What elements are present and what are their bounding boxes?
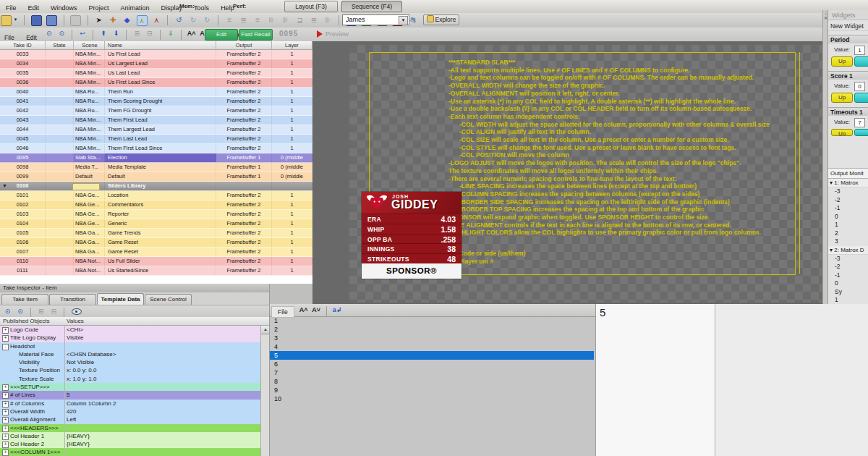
published-object-row[interactable]: +# of ColumnsColumn 1Column 2 [0,400,260,408]
editor-line[interactable]: 3 [270,334,594,342]
pen-settings-icon[interactable]: ✎ [409,15,418,25]
take-row[interactable]: 0107NBA Ga...Game ResetFramebuffer 21 [0,248,312,257]
take-row[interactable]: 0105NBA Ga...Game TrendsFramebuffer 21 [0,229,312,238]
widget-down-button[interactable] [854,129,868,136]
menu-windows[interactable]: Windows [45,2,83,12]
channel-offset-item[interactable]: 3 [828,237,868,246]
expand-icon[interactable]: + [2,442,9,448]
take-row[interactable]: 0036NBA Min...Us First Lead SinceFramebu… [0,78,312,88]
layout-tab-button[interactable]: Layout (F3) [284,1,338,12]
published-object-row[interactable]: +Col Header 1{HEAVY} [0,432,260,440]
channel-offset-item[interactable]: Sy [828,288,868,297]
published-object-row[interactable]: -Headshot [0,342,260,350]
axis-selected-icon[interactable]: ⋏ [137,15,148,26]
take-row[interactable]: 0033NBA Min...Us First LeadFramebuffer 2… [0,50,312,59]
take-row[interactable]: 0103NBA Ge...ReporterFramebuffer 21 [0,210,312,219]
open-project-icon[interactable] [1,15,12,26]
new-widget-button[interactable]: New Widget [828,22,868,31]
channel-header[interactable]: ▾ 2: Matrox D [828,246,868,255]
published-object-row[interactable]: Texture Positionx: 0.0 y: 0.0 [0,366,260,374]
take-row[interactable]: 0045NBA Min...Them Last LeadFramebuffer … [0,135,312,144]
rotate-right-icon[interactable]: ↻ [188,15,197,25]
editor-line[interactable]: 4 [270,342,594,351]
editor-line[interactable]: 1 [270,316,594,325]
column-header-output[interactable]: Output [216,41,272,49]
expand-icon[interactable]: + [2,384,9,391]
editor-line[interactable]: 8 [270,377,594,386]
tab-template-data[interactable]: Template Data [97,293,144,305]
channel-offset-item[interactable]: -1 [828,271,868,280]
group-expander-icon[interactable]: ▼ [2,182,7,190]
widget-value-input[interactable]: 0 [854,82,865,91]
object-value[interactable]: x: 0.0 y: 0.0 [67,366,96,374]
sequencer-edit-menu[interactable]: Edit [22,32,41,41]
published-object-row[interactable]: +<<<HEADERS>>> [0,424,260,432]
widget-down-button[interactable] [854,56,868,67]
tab-scene-control[interactable]: Scene Control [145,294,192,305]
published-object-row[interactable]: +Overall Width420 [0,408,260,415]
object-value[interactable]: {HEAVY} [67,432,90,440]
published-object-row[interactable]: +Logo Code<CHI> [0,326,260,334]
widget-up-button[interactable]: Up [831,93,853,103]
published-object-row[interactable]: +Col Header 2{HEAVY} [0,440,260,448]
user-select[interactable]: James ▼ [342,14,409,25]
widget-up-button[interactable]: Up [831,56,853,67]
move-down-icon[interactable]: ⬇ [111,29,121,38]
object-value[interactable]: 5 [67,391,69,399]
prev-take-icon[interactable]: ⊙ [44,29,54,38]
channel-offset-item[interactable]: -3 [828,187,868,196]
axis-tool-icon[interactable]: ◆ [122,15,132,25]
object-value[interactable]: 420 [67,408,76,415]
rotate-reset-icon[interactable]: ↻ [203,15,212,25]
menu-project[interactable]: Project [83,2,115,12]
object-value[interactable]: Left [67,415,76,423]
published-object-row[interactable]: +<<<COLUMN 1>>> [0,448,260,456]
combo-arrow-icon[interactable]: ▼ [399,16,408,25]
editor-line[interactable]: 10 [270,394,594,403]
object-value[interactable]: Not Visible [67,358,94,366]
rotate-left-icon[interactable]: ↺ [174,15,184,25]
menu-animation[interactable]: Animation [115,2,156,12]
channel-offset-item[interactable]: -2 [828,196,868,205]
expand-icon[interactable]: + [2,392,9,399]
take-row[interactable]: 0098Media T...Media TemplateFramebuffer … [0,163,312,172]
inspector-next-icon[interactable]: ⊙ [15,307,25,316]
object-value[interactable]: <CHI> [67,326,83,334]
take-row[interactable]: ▼0100Sliders Library [0,182,312,191]
published-object-row[interactable]: Material Face<CHSN Database> [0,350,260,358]
object-value[interactable]: x: 1.0 y: 1.0 [67,375,96,383]
column-header-state[interactable]: State [46,41,74,49]
editor-line[interactable]: 2 [270,325,594,334]
take-row[interactable]: 0104NBA Ge...GenericFramebuffer 21 [0,219,312,229]
expand-icon[interactable]: + [2,409,9,415]
take-row[interactable]: 0041NBA Ru...Them Scoring DroughtFramebu… [0,97,312,106]
next-take-icon[interactable]: ⊙ [57,29,67,38]
column-header-layer[interactable]: Layer [272,41,312,49]
published-object-row[interactable]: +Overall AlignmentLeft [0,415,260,423]
editor-line[interactable]: 9 [270,386,594,394]
take-row[interactable]: 0102NBA Ge...CommentatorsFramebuffer 21 [0,200,312,210]
channel-offset-item[interactable]: -1 [828,204,868,213]
take-row[interactable]: 0043NBA Min...Them First LeadFramebuffer… [0,116,312,125]
take-row[interactable]: 0095Slab Sta...ElectionFramebuffer 10 (m… [0,153,312,163]
scale-tool-icon[interactable]: ⋏ [152,15,161,25]
menu-file[interactable]: File [0,2,22,12]
channel-offset-item[interactable]: 1 [828,296,868,305]
expand-icon[interactable]: + [2,401,9,408]
editor-line[interactable]: 6 [270,360,594,368]
expand-icon[interactable]: + [2,417,9,423]
channel-offset-item[interactable]: 2 [828,229,868,238]
inspector-prev-icon[interactable]: ⊙ [3,307,12,316]
expand-icon[interactable]: + [2,335,9,342]
take-row[interactable]: 0042NBA Ru...Them FG DroughtFramebuffer … [0,106,312,116]
edit-enabled-button[interactable]: Edit Enabled [205,29,238,41]
column-header-take-id[interactable]: Take ID [0,41,46,49]
take-row[interactable]: 0034NBA Min...Us Largest LeadFramebuffer… [0,59,312,69]
take-row[interactable]: 0040NBA Ru...Them RunFramebuffer 21 [0,88,312,97]
fast-recall-button[interactable]: Fast Recall [239,29,273,41]
channel-offset-item[interactable]: -2 [828,263,868,271]
object-value[interactable]: <CHSN Database> [67,350,116,358]
editor-font-decrease-icon[interactable]: A˅ [312,305,321,315]
widget-down-button[interactable] [854,93,868,103]
insert-take-icon[interactable]: ⇓ [166,29,175,38]
